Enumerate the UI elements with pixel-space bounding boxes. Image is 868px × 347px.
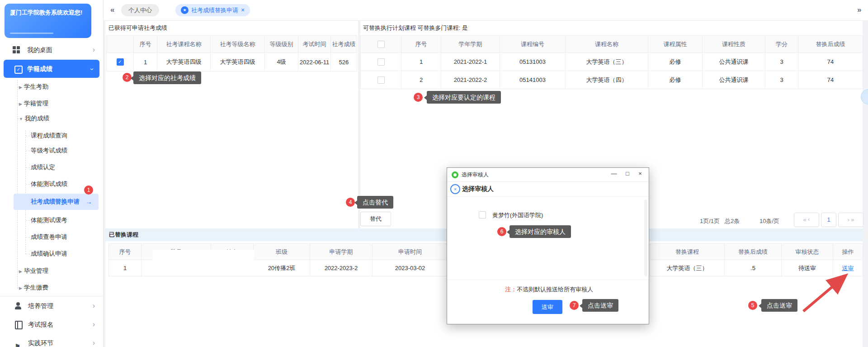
cell-course-attr: 必修 (648, 71, 703, 89)
sidebar-item-my-desktop[interactable]: 我的桌面 › (0, 41, 103, 58)
minimize-icon[interactable]: — (608, 170, 620, 177)
sidebar-item-graduation-management[interactable]: ▶毕业管理 (19, 266, 48, 276)
tree-stub (26, 184, 30, 185)
col-course-attr: 课程属性 (648, 36, 703, 53)
tooltip-text: 选择对应的社考成绩 (139, 74, 196, 81)
tab-bar: « 个人中心 ★ 社考成绩替换申请 × » (103, 0, 868, 21)
chevron-right-icon: › (93, 41, 95, 58)
circled-x-icon[interactable]: × (450, 184, 460, 194)
welcome-text: 厦门工学院教务系统欢迎您! (10, 9, 82, 16)
sidebar-item-student-payment[interactable]: ▶学生缴费 (19, 282, 48, 293)
sidebar-item-course-score-query[interactable]: 课程成绩查询 (31, 130, 67, 141)
col-apply-date: 申请时间 (373, 244, 448, 260)
total-count: 总2条 (725, 217, 740, 225)
tooltip-text: 点击替代 (363, 199, 388, 206)
annotation-badge-5: 5 (748, 301, 757, 310)
modal-footer-divider (447, 280, 649, 280)
annotation-tooltip-2: 选择对应的社考成绩 (133, 71, 201, 84)
annotation-badge-2: 2 (123, 73, 132, 82)
sidebar-item-student-status-management[interactable]: ▶学籍管理 (19, 98, 48, 109)
tree-stub (26, 151, 30, 151)
col-index: 序号 (109, 244, 142, 260)
tooltip-arrow (354, 200, 357, 205)
sidebar-item-my-scores[interactable]: ▼我的成绩 (19, 113, 49, 124)
welcome-banner: 厦门工学院教务系统欢迎您! (5, 4, 91, 38)
cell-replace-course: 大学英语（三） (650, 260, 725, 276)
col-operation: 操作 (833, 244, 863, 260)
header-checkbox[interactable] (377, 41, 385, 48)
sidebar-item-training-management[interactable]: 培养管理 › (0, 297, 103, 315)
maximize-icon[interactable]: □ (622, 170, 633, 177)
pagination-first-prev[interactable]: « › (794, 213, 819, 227)
tree-item-label: 学生考勤 (24, 83, 48, 90)
sidebar-item-social-exam-score-replace[interactable]: 社考成绩替换申请 → (14, 194, 99, 210)
close-icon[interactable]: × (634, 170, 646, 177)
tooltip-arrow (424, 95, 427, 100)
row-checkbox[interactable] (377, 58, 385, 66)
redaction-box (153, 250, 254, 276)
col-exam-level-name: 社考等级名称 (211, 36, 265, 53)
cell-index: 2 (401, 71, 441, 89)
sidebar-item-label: 培养管理 (28, 297, 53, 315)
window-titlebar[interactable]: 选择审核人 — □ × (447, 168, 649, 182)
cell-credit: 3 (765, 53, 798, 71)
tree-stub (26, 136, 30, 136)
sidebar-item-student-status-scores[interactable]: ✓ 学籍成绩 › (4, 60, 99, 78)
tree-item-label: 社考成绩替换申请 (31, 194, 80, 210)
sidebar-item-score-recognition[interactable]: 成绩认定 (31, 162, 55, 173)
tab-personal-center[interactable]: 个人中心 (121, 4, 159, 16)
annotation-tooltip-5: 点击送审 (761, 299, 797, 312)
tab-social-exam-score-replace[interactable]: ★ 社考成绩替换申请 × (175, 4, 250, 16)
col-course-id: 课程编号 (500, 36, 566, 53)
col-replace-course: 替换课程 (650, 244, 725, 260)
tree-item-label: 成绩确认申请 (31, 250, 67, 257)
sidebar-item-score-confirm-apply[interactable]: 成绩确认申请 (31, 248, 67, 259)
tooltip-text: 选择对应的审核人 (515, 228, 566, 235)
sidebar: 厦门工学院教务系统欢迎您! 我的桌面 › ✓ 学籍成绩 › ▶学生考勤 (0, 0, 104, 347)
modal-scrollbar[interactable] (644, 200, 647, 276)
sidebar-item-level-exam-score[interactable]: 等级考试成绩 (31, 145, 67, 156)
tab-close-icon[interactable]: × (241, 4, 245, 16)
sidebar-item-exam-registration[interactable]: 考试报名 › (0, 315, 103, 333)
row-checkbox-checked[interactable]: ✓ (117, 58, 124, 66)
sidebar-item-score-review-apply[interactable]: 成绩查卷申请 (31, 232, 67, 242)
tree-stub (26, 254, 30, 254)
red-arrow (793, 270, 854, 319)
tree-collapsed-icon: ▶ (19, 269, 22, 274)
browser-icon (452, 171, 458, 178)
tree-collapsed-icon: ▶ (19, 286, 22, 290)
sidebar-item-practice-segment[interactable]: ⚑ 实践环节 › (0, 334, 103, 347)
row-checkbox[interactable] (377, 76, 385, 84)
sidebar-item-fitness-test-score[interactable]: 体能测试成绩 (31, 179, 67, 190)
col-level: 等级级别 (265, 36, 298, 53)
col-select (107, 36, 134, 53)
tabs-collapse-icon[interactable]: « (110, 5, 114, 14)
modal-header: × 选择审核人 (447, 181, 649, 197)
col-review-status: 审核状态 (782, 244, 833, 260)
sidebar-item-label: 实践环节 (28, 334, 53, 347)
submit-review-button[interactable]: 送审 (533, 300, 562, 314)
tabs-expand-icon[interactable]: » (857, 5, 861, 14)
col-exam-course: 社考课程名称 (157, 36, 211, 53)
select-reviewer-window: 选择审核人 — □ × × 选择审核人 黄梦竹(外国语学院) 注：不选则默认推送… (447, 167, 649, 324)
col-term: 学年学期 (441, 36, 500, 53)
tree-item-label: 成绩查卷申请 (31, 233, 67, 240)
replace-button[interactable]: 替代 (360, 212, 391, 226)
pagination-next-last[interactable]: › » (838, 213, 863, 227)
tooltip-text: 选择对应要认定的课程 (432, 94, 495, 101)
reviewer-checkbox[interactable] (479, 211, 486, 219)
person-icon (14, 302, 22, 309)
sidebar-divider (0, 296, 103, 296)
welcome-underline (10, 33, 53, 34)
sidebar-item-fitness-test-postpone[interactable]: 体能测试缓考 (31, 215, 67, 226)
tree-item-label: 等级考试成绩 (31, 147, 67, 154)
tree-stub (26, 167, 30, 168)
per-page: 10条/页 (760, 217, 779, 225)
sidebar-item-student-attendance[interactable]: ▶学生考勤 (19, 81, 48, 92)
pagination-page-1[interactable]: 1 (821, 213, 836, 227)
cell-course-name: 大学英语（四） (566, 71, 648, 89)
reviewer-label: 黄梦竹(外国语学院) (492, 212, 543, 219)
cell-index: 1 (109, 260, 142, 276)
reviewer-option[interactable]: 黄梦竹(外国语学院) (479, 211, 543, 219)
right-table-title: 可替换执行计划课程 可替换多门课程: 是 (363, 24, 468, 32)
